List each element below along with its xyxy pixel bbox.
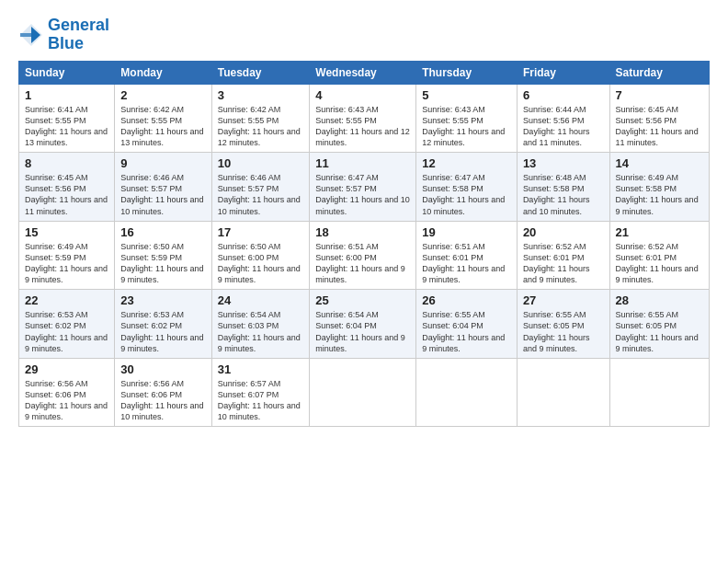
calendar-cell: 16 Sunrise: 6:50 AMSunset: 5:59 PMDaylig… xyxy=(115,221,211,290)
calendar-cell: 20 Sunrise: 6:52 AMSunset: 6:01 PMDaylig… xyxy=(517,221,609,290)
day-number: 23 xyxy=(120,293,205,307)
day-number: 27 xyxy=(523,293,604,307)
day-number: 9 xyxy=(120,156,205,170)
day-number: 31 xyxy=(218,362,304,376)
calendar-cell: 1 Sunrise: 6:41 AMSunset: 5:55 PMDayligh… xyxy=(19,84,115,153)
day-info: Sunrise: 6:43 AMSunset: 5:55 PMDaylight:… xyxy=(315,105,410,147)
day-info: Sunrise: 6:57 AMSunset: 6:07 PMDaylight:… xyxy=(218,379,301,421)
day-info: Sunrise: 6:52 AMSunset: 6:01 PMDaylight:… xyxy=(523,242,590,284)
day-info: Sunrise: 6:42 AMSunset: 5:55 PMDaylight:… xyxy=(218,105,301,147)
calendar-cell: 27 Sunrise: 6:55 AMSunset: 6:05 PMDaylig… xyxy=(517,290,609,359)
calendar-week-row: 22 Sunrise: 6:53 AMSunset: 6:02 PMDaylig… xyxy=(19,290,710,359)
calendar-cell: 2 Sunrise: 6:42 AMSunset: 5:55 PMDayligh… xyxy=(115,84,211,153)
calendar-week-row: 1 Sunrise: 6:41 AMSunset: 5:55 PMDayligh… xyxy=(19,84,710,153)
weekday-header: Monday xyxy=(115,61,211,84)
day-number: 11 xyxy=(315,156,410,170)
day-number: 13 xyxy=(523,156,604,170)
day-info: Sunrise: 6:53 AMSunset: 6:02 PMDaylight:… xyxy=(120,310,203,352)
day-info: Sunrise: 6:47 AMSunset: 5:57 PMDaylight:… xyxy=(315,173,410,215)
calendar-cell: 25 Sunrise: 6:54 AMSunset: 6:04 PMDaylig… xyxy=(310,290,416,359)
day-number: 4 xyxy=(315,88,410,102)
calendar-cell: 11 Sunrise: 6:47 AMSunset: 5:57 PMDaylig… xyxy=(310,153,416,222)
calendar-cell xyxy=(310,358,416,427)
day-info: Sunrise: 6:46 AMSunset: 5:57 PMDaylight:… xyxy=(218,173,301,215)
calendar-cell xyxy=(609,358,709,427)
calendar-cell: 26 Sunrise: 6:55 AMSunset: 6:04 PMDaylig… xyxy=(416,290,518,359)
day-info: Sunrise: 6:55 AMSunset: 6:05 PMDaylight:… xyxy=(523,310,590,352)
day-info: Sunrise: 6:42 AMSunset: 5:55 PMDaylight:… xyxy=(120,105,203,147)
calendar-cell: 12 Sunrise: 6:47 AMSunset: 5:58 PMDaylig… xyxy=(416,153,518,222)
weekday-header: Thursday xyxy=(416,61,518,84)
calendar-cell: 17 Sunrise: 6:50 AMSunset: 6:00 PMDaylig… xyxy=(211,221,310,290)
calendar-table: SundayMondayTuesdayWednesdayThursdayFrid… xyxy=(18,61,710,428)
calendar-cell: 24 Sunrise: 6:54 AMSunset: 6:03 PMDaylig… xyxy=(211,290,310,359)
day-number: 29 xyxy=(25,362,108,376)
calendar-cell: 10 Sunrise: 6:46 AMSunset: 5:57 PMDaylig… xyxy=(211,153,310,222)
day-info: Sunrise: 6:51 AMSunset: 6:00 PMDaylight:… xyxy=(315,242,405,284)
day-number: 19 xyxy=(422,225,511,239)
weekday-header: Tuesday xyxy=(211,61,310,84)
day-number: 24 xyxy=(218,293,304,307)
calendar-cell: 3 Sunrise: 6:42 AMSunset: 5:55 PMDayligh… xyxy=(211,84,310,153)
day-number: 3 xyxy=(218,88,304,102)
day-info: Sunrise: 6:55 AMSunset: 6:04 PMDaylight:… xyxy=(422,310,505,352)
day-info: Sunrise: 6:45 AMSunset: 5:56 PMDaylight:… xyxy=(616,105,699,147)
day-number: 6 xyxy=(523,88,604,102)
calendar-cell: 22 Sunrise: 6:53 AMSunset: 6:02 PMDaylig… xyxy=(19,290,115,359)
day-info: Sunrise: 6:41 AMSunset: 5:55 PMDaylight:… xyxy=(25,105,108,147)
day-number: 8 xyxy=(25,156,108,170)
day-info: Sunrise: 6:54 AMSunset: 6:03 PMDaylight:… xyxy=(218,310,301,352)
day-info: Sunrise: 6:50 AMSunset: 6:00 PMDaylight:… xyxy=(218,242,301,284)
weekday-header: Saturday xyxy=(609,61,709,84)
calendar-week-row: 15 Sunrise: 6:49 AMSunset: 5:59 PMDaylig… xyxy=(19,221,710,290)
calendar-cell xyxy=(517,358,609,427)
day-number: 20 xyxy=(523,225,604,239)
svg-rect-2 xyxy=(20,33,31,37)
day-number: 28 xyxy=(616,293,703,307)
day-info: Sunrise: 6:47 AMSunset: 5:58 PMDaylight:… xyxy=(422,173,505,215)
calendar-cell: 13 Sunrise: 6:48 AMSunset: 5:58 PMDaylig… xyxy=(517,153,609,222)
calendar-cell: 31 Sunrise: 6:57 AMSunset: 6:07 PMDaylig… xyxy=(211,358,310,427)
calendar-cell: 19 Sunrise: 6:51 AMSunset: 6:01 PMDaylig… xyxy=(416,221,518,290)
day-info: Sunrise: 6:52 AMSunset: 6:01 PMDaylight:… xyxy=(616,242,699,284)
calendar-cell: 30 Sunrise: 6:56 AMSunset: 6:06 PMDaylig… xyxy=(115,358,211,427)
day-number: 2 xyxy=(120,88,205,102)
day-number: 1 xyxy=(25,88,108,102)
day-number: 21 xyxy=(616,225,703,239)
calendar-cell: 23 Sunrise: 6:53 AMSunset: 6:02 PMDaylig… xyxy=(115,290,211,359)
day-info: Sunrise: 6:49 AMSunset: 5:58 PMDaylight:… xyxy=(616,173,699,215)
calendar-cell: 18 Sunrise: 6:51 AMSunset: 6:00 PMDaylig… xyxy=(310,221,416,290)
day-number: 16 xyxy=(120,225,205,239)
day-number: 12 xyxy=(422,156,511,170)
calendar-cell: 29 Sunrise: 6:56 AMSunset: 6:06 PMDaylig… xyxy=(19,358,115,427)
day-info: Sunrise: 6:43 AMSunset: 5:55 PMDaylight:… xyxy=(422,105,505,147)
calendar-cell: 6 Sunrise: 6:44 AMSunset: 5:56 PMDayligh… xyxy=(517,84,609,153)
weekday-header: Wednesday xyxy=(310,61,416,84)
logo-icon xyxy=(18,22,44,48)
calendar-cell xyxy=(416,358,518,427)
day-info: Sunrise: 6:45 AMSunset: 5:56 PMDaylight:… xyxy=(25,173,108,215)
day-number: 22 xyxy=(25,293,108,307)
day-number: 17 xyxy=(218,225,304,239)
day-info: Sunrise: 6:46 AMSunset: 5:57 PMDaylight:… xyxy=(120,173,203,215)
day-info: Sunrise: 6:56 AMSunset: 6:06 PMDaylight:… xyxy=(120,379,203,421)
calendar-cell: 15 Sunrise: 6:49 AMSunset: 5:59 PMDaylig… xyxy=(19,221,115,290)
calendar-cell: 28 Sunrise: 6:55 AMSunset: 6:05 PMDaylig… xyxy=(609,290,709,359)
day-info: Sunrise: 6:49 AMSunset: 5:59 PMDaylight:… xyxy=(25,242,108,284)
day-number: 10 xyxy=(218,156,304,170)
logo: General Blue xyxy=(18,17,109,53)
calendar-cell: 9 Sunrise: 6:46 AMSunset: 5:57 PMDayligh… xyxy=(115,153,211,222)
day-info: Sunrise: 6:54 AMSunset: 6:04 PMDaylight:… xyxy=(315,310,405,352)
calendar-cell: 7 Sunrise: 6:45 AMSunset: 5:56 PMDayligh… xyxy=(609,84,709,153)
calendar-cell: 8 Sunrise: 6:45 AMSunset: 5:56 PMDayligh… xyxy=(19,153,115,222)
calendar-cell: 21 Sunrise: 6:52 AMSunset: 6:01 PMDaylig… xyxy=(609,221,709,290)
day-number: 15 xyxy=(25,225,108,239)
calendar-cell: 4 Sunrise: 6:43 AMSunset: 5:55 PMDayligh… xyxy=(310,84,416,153)
day-number: 26 xyxy=(422,293,511,307)
day-info: Sunrise: 6:51 AMSunset: 6:01 PMDaylight:… xyxy=(422,242,505,284)
logo-text: General Blue xyxy=(48,17,109,53)
calendar-week-row: 8 Sunrise: 6:45 AMSunset: 5:56 PMDayligh… xyxy=(19,153,710,222)
day-info: Sunrise: 6:50 AMSunset: 5:59 PMDaylight:… xyxy=(120,242,203,284)
page: General Blue SundayMondayTuesdayWednesda… xyxy=(0,0,728,563)
day-number: 14 xyxy=(616,156,703,170)
